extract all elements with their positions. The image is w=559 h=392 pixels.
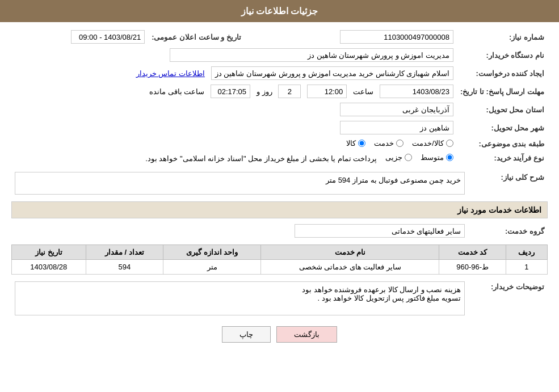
response-time-value: 12:00 (307, 85, 347, 98)
remaining-days-value: 2 (278, 85, 301, 98)
services-section-title: اطلاعات خدمات مورد نیاز (11, 201, 548, 218)
category-label: طبقه بندی موضوعی: (457, 137, 548, 151)
purchase-type-radio-mutavasit[interactable] (446, 154, 453, 161)
announce-datetime-value: 1403/08/21 - 09:00 (71, 30, 145, 44)
province-label: استان محل تحویل: (457, 100, 548, 119)
purchase-type-radio-group: متوسط جزیی (385, 153, 453, 162)
page-header: جزئیات اطلاعات نیاز (0, 0, 559, 22)
need-number-value: 1103000497000008 (340, 30, 453, 44)
category-option-kala-khedmat: کالا/خدمت (412, 139, 453, 147)
service-group-value: سایر فعالیتهای خدماتی (295, 224, 465, 238)
col-unit: واحد اندازه گیری (163, 245, 261, 260)
contact-link[interactable]: اطلاعات تماس خریدار (136, 69, 205, 78)
category-option-khedmat: خدمت (374, 139, 404, 147)
need-desc-value: خرید چمن مصنوعی فوتبال به متراز 594 متر (15, 172, 465, 195)
city-value: شاهین دز (340, 121, 453, 134)
buyer-desc-value: هزینه نصب و ارسال کالا برعهده فروشنده خو… (15, 281, 465, 315)
remaining-time-value: 02:17:05 (211, 85, 250, 98)
city-label: شهر محل تحویل: (457, 119, 548, 137)
remaining-days-label: روز و (257, 87, 272, 96)
need-desc-label: شرح کلی نیاز: (468, 170, 548, 197)
buyer-desc-label: توضیحات خریدار: (468, 279, 548, 318)
print-button[interactable]: چاپ (222, 326, 271, 343)
services-table: ردیف کد خدمت نام خدمت واحد اندازه گیری ت… (11, 245, 548, 275)
buttons-row: بازگشت چاپ (11, 326, 548, 343)
response-date-value: 1403/08/23 (380, 85, 453, 98)
col-row: ردیف (506, 245, 547, 260)
creator-label: ایجاد کننده درخواست: (457, 64, 548, 82)
back-button[interactable]: بازگشت (276, 326, 337, 343)
purchase-type-radio-jozii[interactable] (405, 154, 412, 161)
purchase-type-label: نوع فرآیند خرید: (457, 151, 548, 165)
province-value: آذربایجان غربی (340, 103, 453, 116)
buyer-name-label: نام دستگاه خریدار: (457, 46, 548, 64)
response-time-label: ساعت (353, 87, 373, 96)
col-code: کد خدمت (439, 245, 506, 260)
creator-value: اسلام شهبازی کارشناس خرید مدیریت اموزش و… (211, 66, 453, 80)
response-deadline-label: مهلت ارسال پاسخ: تا تاریخ: (457, 82, 548, 100)
category-radio-kala-khedmat[interactable] (446, 140, 453, 147)
purchase-type-option-jozii: جزیی (385, 153, 412, 162)
table-row: 1ط-96-960سایر فعالیت های خدماتی شخصیمتر5… (12, 260, 548, 275)
category-radio-group: کالا/خدمت خدمت کالا (346, 139, 453, 147)
buyer-name-value: مدیریت اموزش و پرورش شهرستان شاهین دز (170, 48, 453, 62)
col-name: نام خدمت (261, 245, 439, 260)
category-radio-kala[interactable] (358, 140, 365, 147)
remaining-time-label: ساعت باقی مانده (149, 87, 204, 96)
col-qty: تعداد / مقدار (86, 245, 163, 260)
need-number-label: شماره نیاز: (457, 28, 548, 46)
purchase-type-option-mutavasit: متوسط (421, 153, 453, 162)
announce-datetime-label: تاریخ و ساعت اعلان عمومی: (148, 28, 253, 46)
category-radio-khedmat[interactable] (396, 140, 404, 147)
page-title: جزئیات اطلاعات نیاز (241, 6, 318, 16)
col-date: تاریخ نیاز (12, 245, 86, 260)
service-group-label: گروه خدمت: (468, 222, 548, 240)
purchase-type-desc: پرداخت تمام یا بخشی از مبلغ خریداز محل "… (145, 154, 377, 163)
category-option-kala: کالا (346, 139, 365, 147)
